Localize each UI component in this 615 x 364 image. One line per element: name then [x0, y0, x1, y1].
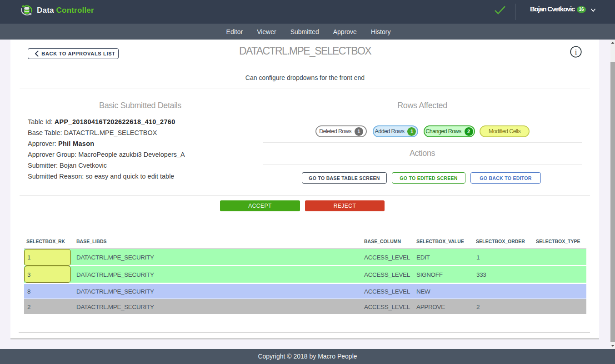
svg-text:i: i	[575, 48, 577, 56]
